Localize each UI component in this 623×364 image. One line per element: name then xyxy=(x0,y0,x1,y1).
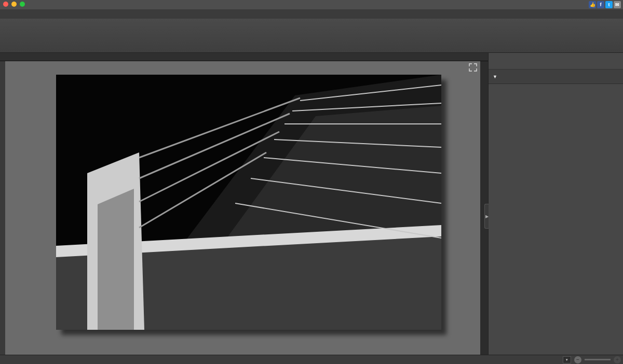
maximize-window-button[interactable] xyxy=(20,2,25,7)
zoom-controls: ▾ − + xyxy=(534,356,621,363)
zoom-in-button[interactable]: + xyxy=(614,356,621,363)
zoom-out-button[interactable]: − xyxy=(574,356,581,363)
original-image-accordion[interactable]: ▼ xyxy=(489,69,623,84)
svg-marker-6 xyxy=(98,189,134,330)
window-traffic-lights xyxy=(3,2,25,7)
menu-bar xyxy=(0,9,623,19)
share-icon[interactable]: ✉ xyxy=(614,1,621,8)
zoom-slider[interactable] xyxy=(585,359,611,360)
panel-title xyxy=(489,53,623,69)
status-bar: ▾ − + xyxy=(0,355,623,364)
panel-collapse-handle[interactable]: ▶ xyxy=(484,204,489,229)
zoom-dropdown[interactable]: ▾ xyxy=(563,356,571,363)
fullscreen-icon[interactable] xyxy=(469,63,477,72)
titlebar: 👍 f t ✉ xyxy=(0,0,623,9)
main-toolbar xyxy=(0,19,623,53)
like-icon[interactable]: 👍 xyxy=(589,1,596,8)
canvas-viewport[interactable] xyxy=(5,61,480,355)
facebook-icon[interactable]: f xyxy=(597,1,604,8)
minimize-window-button[interactable] xyxy=(11,2,17,7)
title-social-icons: 👍 f t ✉ xyxy=(589,1,621,8)
twitter-icon[interactable]: t xyxy=(605,1,613,8)
canvas-image[interactable] xyxy=(56,75,441,330)
workspace xyxy=(0,61,488,355)
effects-layers-panel: ▼ ▶ xyxy=(488,53,623,355)
close-window-button[interactable] xyxy=(3,2,8,7)
original-image-details xyxy=(489,84,623,113)
chevron-down-icon: ▼ xyxy=(493,74,497,79)
